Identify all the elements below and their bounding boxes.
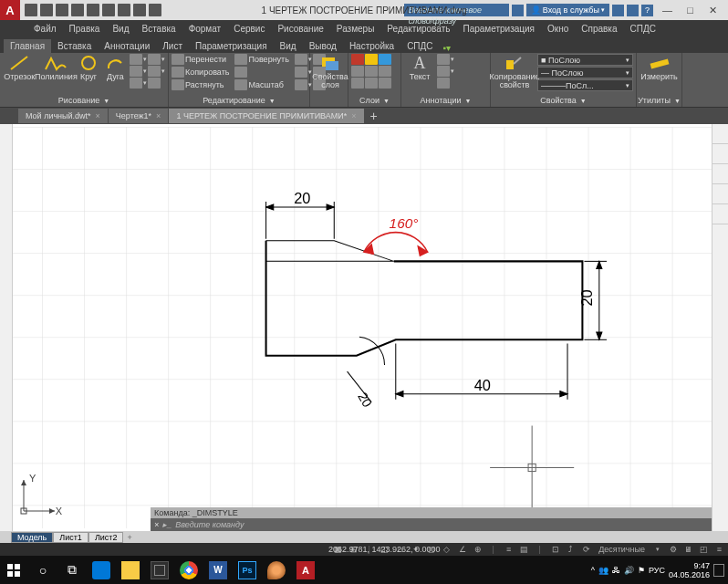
layer-icon9[interactable] <box>379 78 391 89</box>
tray-people-icon[interactable]: 👥 <box>598 566 608 575</box>
ribbon-tab-output[interactable]: Вывод <box>303 39 343 53</box>
status-3dosnap-icon[interactable]: ◇ <box>442 545 452 555</box>
rotate-button[interactable]: Повернуть <box>234 54 288 65</box>
help-icon[interactable]: ? <box>641 5 653 16</box>
tray-net-icon[interactable]: 🖧 <box>612 566 620 575</box>
ribbon-tab-view[interactable]: Вид <box>274 39 303 53</box>
matchprops-button[interactable]: Копирование свойств <box>494 54 536 89</box>
close-button[interactable]: ✕ <box>702 2 724 18</box>
search-icon[interactable]: ○ <box>29 556 57 584</box>
qat-redo-icon[interactable] <box>118 4 130 16</box>
menu-format[interactable]: Формат <box>182 22 228 36</box>
ribbon-tab-home[interactable]: Главная <box>4 39 51 53</box>
qat-new-icon[interactable] <box>25 4 37 16</box>
nav-icon[interactable] <box>712 184 728 204</box>
draw-icon4[interactable] <box>130 78 142 89</box>
close-icon[interactable]: × <box>154 520 159 529</box>
qat-btn2-icon[interactable] <box>149 4 161 16</box>
taskview-icon[interactable]: ⧉ <box>58 556 86 584</box>
tray-flag-icon[interactable]: ⚑ <box>638 566 645 575</box>
close-icon[interactable]: × <box>156 111 161 120</box>
move-button[interactable]: Перенести <box>172 54 229 65</box>
left-scrollbar[interactable] <box>0 124 13 531</box>
add-tab-icon[interactable]: + <box>365 109 383 123</box>
ribbon-bullet-icon[interactable]: ▪▾ <box>443 43 452 53</box>
polyline-button[interactable]: Полилиния <box>37 54 74 81</box>
status-an-icon[interactable]: ⟳ <box>581 545 591 555</box>
ribbon-tab-spds[interactable]: СПДС <box>400 39 439 53</box>
app-icon[interactable]: A <box>0 0 20 20</box>
draw-icon2[interactable] <box>130 66 142 77</box>
ribbon-tab-insert[interactable]: Вставка <box>51 39 98 53</box>
scale-button[interactable]: Масштаб <box>234 79 288 90</box>
draw-rect-icon[interactable] <box>130 54 142 65</box>
command-input[interactable]: × ▸_ Введите команду <box>151 518 712 531</box>
menu-view[interactable]: Вид <box>106 22 135 36</box>
menu-tools[interactable]: Сервис <box>227 22 271 36</box>
text-button[interactable]: A Текст <box>404 54 435 81</box>
qat-saveas-icon[interactable] <box>71 4 84 16</box>
nav-icon[interactable] <box>712 164 728 184</box>
close-icon[interactable]: × <box>96 111 100 120</box>
tb-chrome[interactable] <box>175 556 203 584</box>
ribbon-tab-annot[interactable]: Аннотации <box>98 39 156 53</box>
status-qp-icon[interactable]: ⊡ <box>550 545 560 555</box>
tray-up-icon[interactable]: ^ <box>591 566 595 575</box>
tb-store[interactable] <box>146 556 173 584</box>
filetab-1[interactable]: Мой личный.dwt*× <box>18 109 108 123</box>
menu-file[interactable]: Файл <box>27 22 63 36</box>
exchange-icon[interactable] <box>612 5 624 16</box>
copy-button[interactable]: Копировать <box>172 67 229 78</box>
status-sc-icon[interactable]: ⤴ <box>566 545 576 555</box>
tab-layout1[interactable]: Лист1 <box>53 532 88 543</box>
menu-edit[interactable]: Правка <box>63 22 107 36</box>
ribbon-tab-param[interactable]: Параметризация <box>189 39 274 53</box>
layer-icon7[interactable] <box>351 78 364 89</box>
dim-linear-icon[interactable] <box>437 54 450 65</box>
layer-icon2[interactable] <box>365 54 378 65</box>
layer-icon4[interactable] <box>351 66 364 77</box>
layer-icon1[interactable] <box>351 54 364 65</box>
layer-icon8[interactable] <box>365 78 378 89</box>
nav-icon[interactable] <box>712 124 728 144</box>
start-button[interactable] <box>0 556 27 584</box>
status-custom-icon[interactable]: ≡ <box>714 545 724 555</box>
filetab-2[interactable]: Чертеж1*× <box>109 109 169 123</box>
minimize-button[interactable]: — <box>656 2 679 18</box>
tb-edge[interactable] <box>88 556 115 584</box>
close-icon[interactable]: × <box>351 111 356 120</box>
ribbon-tab-setup[interactable]: Настройка <box>343 39 400 53</box>
search-icon[interactable] <box>512 5 524 16</box>
menu-window[interactable]: Окно <box>541 22 575 36</box>
add-layout-icon[interactable]: + <box>123 533 135 542</box>
status-dyn-icon[interactable]: ⊕ <box>473 545 483 555</box>
login-button[interactable]: 👤Вход в службы▾ <box>526 4 609 16</box>
status-trans-icon[interactable]: ▤ <box>519 545 529 555</box>
tray-vol-icon[interactable]: 🔊 <box>624 566 634 575</box>
array-icon[interactable] <box>295 79 307 90</box>
tb-paint[interactable] <box>263 556 290 584</box>
arc-button[interactable]: Дуга <box>103 54 128 81</box>
filetab-3[interactable]: 1 ЧЕРТЕЖ ПОСТРОЕНИЕ ПРИМИТИВАМИ*× <box>169 109 363 123</box>
qat-save-icon[interactable] <box>56 4 68 16</box>
status-clean-icon[interactable]: ◰ <box>699 545 709 555</box>
table-icon[interactable] <box>437 78 450 89</box>
fillet-icon[interactable] <box>295 67 307 78</box>
status-units-label[interactable]: Десятичные <box>597 545 647 555</box>
ribbon-tab-sheet[interactable]: Лист <box>156 39 189 53</box>
tb-autocad[interactable]: A <box>292 556 319 584</box>
stretch-button[interactable]: Растянуть <box>172 79 229 90</box>
layer-icon6[interactable] <box>379 66 391 77</box>
qat-open-icon[interactable] <box>40 4 53 16</box>
menu-help[interactable]: Справка <box>575 22 623 36</box>
tb-word[interactable]: W <box>204 556 232 584</box>
nav-icon[interactable] <box>712 204 728 224</box>
tb-explorer[interactable] <box>117 556 144 584</box>
nav-icon[interactable] <box>712 144 728 164</box>
menu-param[interactable]: Параметризация <box>456 22 541 36</box>
lineweight-dropdown[interactable]: — ПоСлою▾ <box>537 67 633 78</box>
mirror-button[interactable] <box>234 67 288 78</box>
drawing-canvas[interactable]: 20 160° 20 40 20 <box>0 124 728 531</box>
draw-icon5[interactable] <box>148 78 161 89</box>
status-otrack-icon[interactable]: ∠ <box>457 545 467 555</box>
